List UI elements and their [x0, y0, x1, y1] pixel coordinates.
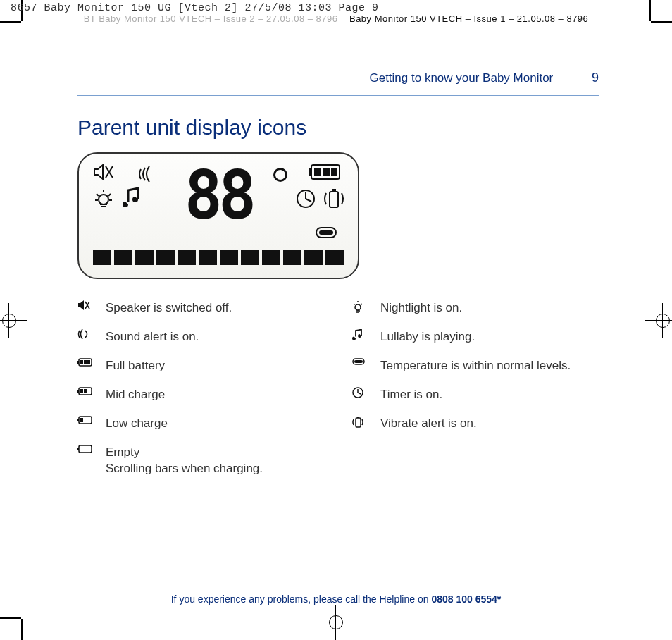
- running-head: Getting to know your Baby Monitor 9: [77, 70, 599, 96]
- legend-text: Nightlight is on.: [380, 300, 462, 316]
- prepress-line-2-left: BT Baby Monitor 150 VTECH – Issue 2 – 27…: [84, 13, 338, 24]
- legend-text: Empty Scrolling bars when charging.: [106, 445, 263, 477]
- svg-rect-21: [77, 419, 79, 421]
- legend-row: Full battery: [77, 358, 324, 374]
- registration-mark: [652, 310, 672, 331]
- svg-rect-29: [356, 418, 361, 427]
- svg-rect-8: [332, 189, 336, 191]
- svg-rect-10: [319, 230, 333, 235]
- legend-row: Sound alert is on.: [77, 329, 324, 345]
- battery-full-icon: [77, 358, 93, 367]
- svg-rect-12: [77, 361, 79, 364]
- svg-rect-2: [309, 168, 311, 176]
- legend-text: Vibrate alert is on.: [380, 416, 477, 432]
- temperature-ok-icon: [352, 358, 365, 365]
- legend-text: Speaker is switched off.: [106, 300, 232, 316]
- legend-row: Vibrate alert is on.: [352, 416, 599, 432]
- sound-alert-icon: [77, 329, 89, 339]
- svg-rect-13: [80, 360, 83, 364]
- registration-mark: [325, 612, 347, 633]
- battery-low-icon: [77, 416, 93, 424]
- svg-rect-3: [314, 168, 321, 176]
- legend-text: Mid charge: [106, 387, 165, 403]
- legend-row: Empty Scrolling bars when charging.: [77, 445, 324, 477]
- nightlight-icon: [352, 300, 363, 313]
- registration-mark: [0, 310, 20, 331]
- svg-rect-23: [79, 445, 92, 453]
- lullaby-icon: [123, 187, 141, 209]
- legend-column-left: Speaker is switched off. Sound alert is …: [77, 300, 324, 490]
- sound-alert-icon: [138, 166, 162, 182]
- page-number: 9: [556, 70, 599, 85]
- svg-rect-18: [80, 389, 83, 393]
- timer-icon: [296, 189, 316, 209]
- svg-rect-4: [323, 168, 330, 176]
- footer-prefix: If you experience any problems, please c…: [171, 593, 432, 605]
- legend-row: Mid charge: [77, 387, 324, 403]
- timer-icon: [352, 387, 363, 398]
- speaker-off-icon: [93, 164, 113, 180]
- running-head-title: Getting to know your Baby Monitor: [369, 71, 553, 85]
- svg-rect-14: [84, 360, 87, 364]
- svg-rect-22: [80, 418, 83, 422]
- battery-empty-icon: [77, 445, 93, 453]
- vibrate-icon: [323, 187, 344, 210]
- legend-text: Temperature is within normal levels.: [380, 358, 571, 374]
- legend-row: Low charge: [77, 416, 324, 432]
- svg-rect-5: [331, 168, 337, 176]
- legend-text: Full battery: [106, 358, 165, 374]
- footer-number: 0808 100 6554*: [431, 593, 501, 605]
- svg-rect-30: [357, 417, 359, 418]
- section-title: Parent unit display icons: [77, 116, 599, 140]
- battery-mid-icon: [77, 387, 93, 395]
- svg-rect-19: [84, 389, 87, 393]
- lullaby-icon: [352, 329, 362, 340]
- degree-icon: [273, 168, 287, 182]
- temperature-ok-icon: [316, 227, 337, 238]
- svg-rect-7: [330, 192, 338, 207]
- svg-rect-15: [87, 360, 90, 364]
- svg-rect-27: [354, 360, 363, 363]
- legend-row: Nightlight is on.: [352, 300, 599, 316]
- svg-point-25: [355, 304, 361, 310]
- nightlight-icon: [93, 187, 114, 209]
- svg-rect-17: [77, 390, 79, 393]
- legend-row: Timer is on.: [352, 387, 599, 403]
- svg-point-0: [99, 195, 108, 204]
- icon-legend: Speaker is switched off. Sound alert is …: [77, 300, 599, 490]
- prepress-line-2-right: Baby Monitor 150 VTECH – Issue 1 – 21.05…: [349, 13, 588, 24]
- footer-helpline: If you experience any problems, please c…: [0, 593, 672, 605]
- legend-text: Lullaby is playing.: [380, 329, 475, 345]
- lcd-digits: 88: [185, 162, 252, 229]
- legend-text: Timer is on.: [380, 387, 442, 403]
- prepress-line-1: 8657 Baby Monitor 150 UG [Vtech 2] 27/5/…: [11, 2, 379, 14]
- legend-row: Lullaby is playing.: [352, 329, 599, 345]
- lcd-display: 88: [77, 152, 359, 279]
- legend-text: Low charge: [106, 416, 168, 432]
- legend-column-right: Nightlight is on. Lullaby is playing. Te…: [352, 300, 599, 490]
- speaker-off-icon: [77, 300, 90, 310]
- legend-row: Temperature is within normal levels.: [352, 358, 599, 374]
- legend-text: Sound alert is on.: [106, 329, 199, 345]
- lcd-bar-strip: [93, 250, 344, 265]
- vibrate-icon: [352, 416, 363, 429]
- svg-rect-24: [77, 448, 79, 450]
- battery-full-icon: [309, 164, 344, 180]
- legend-row: Speaker is switched off.: [77, 300, 324, 316]
